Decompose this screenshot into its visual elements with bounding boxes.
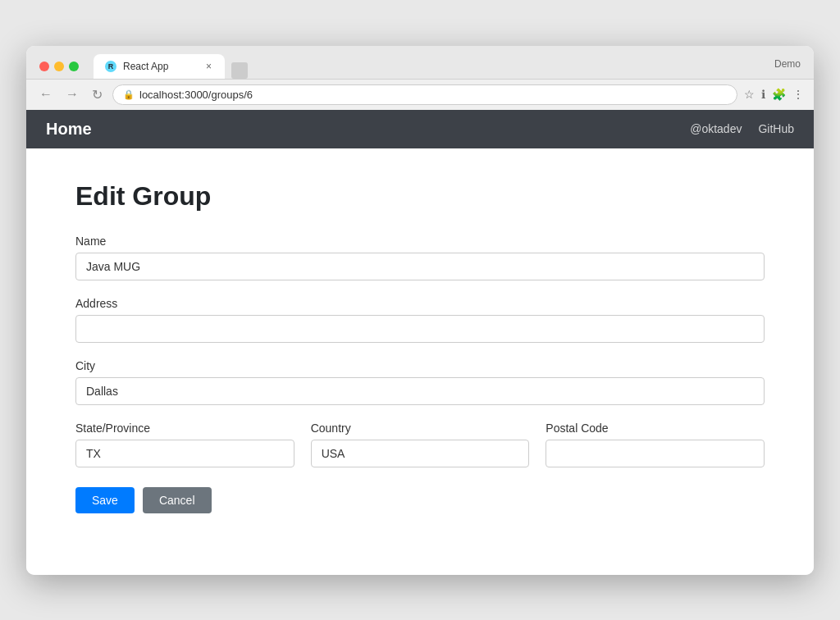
title-bar: R React App × Demo <box>26 46 814 79</box>
demo-label: Demo <box>774 58 801 75</box>
tab-favicon: R <box>105 61 116 72</box>
postal-label: Postal Code <box>546 422 765 435</box>
address-input-wrap[interactable]: 🔒 localhost:3000/groups/6 <box>112 84 737 105</box>
minimize-button[interactable] <box>54 62 64 71</box>
tab-close-button[interactable]: × <box>204 59 213 74</box>
state-country-postal-row: State/Province Country Postal Code <box>75 422 765 467</box>
back-button[interactable]: ← <box>36 85 56 103</box>
cancel-button[interactable]: Cancel <box>143 487 212 513</box>
new-tab-icon[interactable] <box>231 62 248 79</box>
address-input[interactable] <box>75 315 765 343</box>
country-input[interactable] <box>311 440 530 467</box>
main-content: Edit Group Name Address City State/Provi… <box>26 148 814 575</box>
page-title: Edit Group <box>75 181 765 212</box>
lock-icon: 🔒 <box>123 89 135 100</box>
navbar-link-oktadev[interactable]: @oktadev <box>690 122 742 135</box>
name-label: Name <box>75 235 765 248</box>
name-input[interactable] <box>75 253 765 280</box>
country-col: Country <box>311 422 530 467</box>
save-button[interactable]: Save <box>75 487 135 513</box>
button-row: Save Cancel <box>75 487 765 513</box>
new-tab-area <box>231 62 248 79</box>
address-text: localhost:3000/groups/6 <box>139 89 727 101</box>
navbar-link-github[interactable]: GitHub <box>758 122 794 135</box>
tab-title: React App <box>123 61 198 72</box>
app-navbar: Home @oktadev GitHub <box>26 110 814 148</box>
maximize-button[interactable] <box>69 62 79 71</box>
name-group: Name <box>75 235 765 280</box>
address-label: Address <box>75 297 765 310</box>
state-label: State/Province <box>75 422 294 435</box>
extension-icon[interactable]: 🧩 <box>772 88 786 101</box>
tab-bar: R React App × <box>94 54 768 79</box>
bookmark-icon[interactable]: ☆ <box>744 88 755 101</box>
navbar-brand[interactable]: Home <box>46 120 92 139</box>
state-col: State/Province <box>75 422 294 467</box>
navbar-links: @oktadev GitHub <box>690 122 794 135</box>
city-label: City <box>75 359 765 372</box>
browser-window: R React App × Demo ← → ↻ 🔒 localhost:300… <box>26 46 814 575</box>
country-label: Country <box>311 422 530 435</box>
address-bar: ← → ↻ 🔒 localhost:3000/groups/6 ☆ ℹ 🧩 ⋮ <box>26 79 814 110</box>
city-input[interactable] <box>75 377 765 405</box>
info-icon[interactable]: ℹ <box>761 88 765 101</box>
menu-icon[interactable]: ⋮ <box>792 88 804 101</box>
traffic-lights <box>39 62 79 71</box>
forward-button[interactable]: → <box>62 85 82 103</box>
active-tab[interactable]: R React App × <box>94 54 225 79</box>
refresh-icon: ↻ <box>92 88 103 102</box>
back-icon: ← <box>39 87 52 101</box>
state-input[interactable] <box>75 440 294 467</box>
address-bar-icons: ☆ ℹ 🧩 ⋮ <box>744 88 804 101</box>
address-group: Address <box>75 297 765 343</box>
forward-icon: → <box>66 87 79 101</box>
postal-col: Postal Code <box>546 422 765 467</box>
refresh-button[interactable]: ↻ <box>89 85 106 104</box>
postal-input[interactable] <box>546 440 765 467</box>
close-button[interactable] <box>39 62 49 71</box>
city-group: City <box>75 359 765 405</box>
